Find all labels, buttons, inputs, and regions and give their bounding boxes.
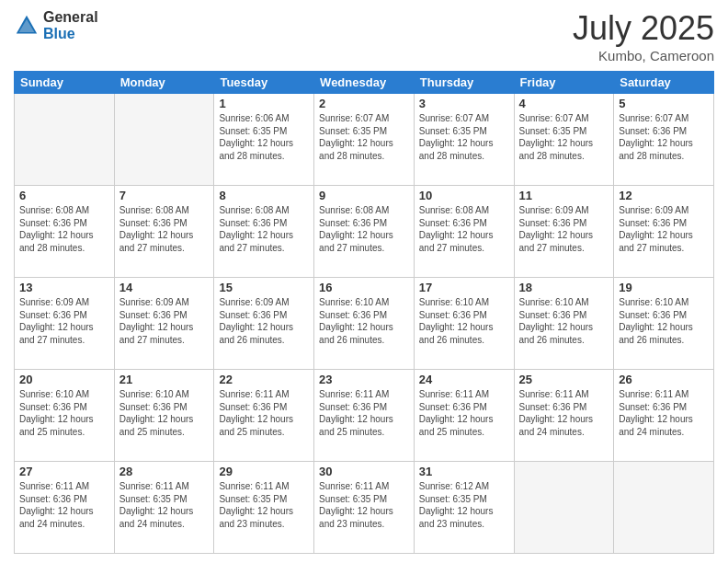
- sunset-text: Sunset: 6:35 PM: [319, 493, 409, 506]
- sunset-text: Sunset: 6:36 PM: [119, 309, 210, 322]
- calendar-header-row: Sunday Monday Tuesday Wednesday Thursday…: [15, 72, 714, 94]
- day-info: Sunrise: 6:08 AMSunset: 6:36 PMDaylight:…: [219, 204, 309, 254]
- day-info: Sunrise: 6:11 AMSunset: 6:36 PMDaylight:…: [619, 388, 709, 438]
- sunrise-text: Sunrise: 6:07 AM: [519, 112, 609, 125]
- table-row: 26Sunrise: 6:11 AMSunset: 6:36 PMDayligh…: [614, 370, 714, 462]
- sunrise-text: Sunrise: 6:11 AM: [319, 388, 409, 401]
- daylight-text: Daylight: 12 hours and 24 minutes.: [119, 505, 210, 530]
- sunset-text: Sunset: 6:35 PM: [319, 125, 409, 138]
- day-number: 7: [119, 189, 210, 202]
- table-row: 29Sunrise: 6:11 AMSunset: 6:35 PMDayligh…: [214, 462, 314, 554]
- calendar-week-row: 27Sunrise: 6:11 AMSunset: 6:36 PMDayligh…: [15, 462, 714, 554]
- table-row: 27Sunrise: 6:11 AMSunset: 6:36 PMDayligh…: [15, 462, 115, 554]
- location: Kumbo, Cameroon: [573, 48, 714, 63]
- sunset-text: Sunset: 6:36 PM: [19, 493, 109, 506]
- sunrise-text: Sunrise: 6:10 AM: [619, 296, 709, 309]
- day-info: Sunrise: 6:09 AMSunset: 6:36 PMDaylight:…: [619, 204, 709, 254]
- day-info: Sunrise: 6:12 AMSunset: 6:35 PMDaylight:…: [419, 480, 509, 530]
- sunset-text: Sunset: 6:36 PM: [619, 309, 709, 322]
- sunrise-text: Sunrise: 6:09 AM: [219, 296, 309, 309]
- col-monday: Monday: [114, 72, 214, 94]
- day-info: Sunrise: 6:10 AMSunset: 6:36 PMDaylight:…: [419, 296, 509, 346]
- page: General Blue July 2025 Kumbo, Cameroon S…: [0, 0, 728, 563]
- sunset-text: Sunset: 6:35 PM: [219, 493, 309, 506]
- day-number: 28: [119, 465, 210, 478]
- table-row: 11Sunrise: 6:09 AMSunset: 6:36 PMDayligh…: [514, 186, 614, 278]
- table-row: 4Sunrise: 6:07 AMSunset: 6:35 PMDaylight…: [514, 94, 614, 186]
- logo-general-text: General: [43, 9, 98, 26]
- daylight-text: Daylight: 12 hours and 28 minutes.: [219, 137, 309, 162]
- table-row: 5Sunrise: 6:07 AMSunset: 6:36 PMDaylight…: [614, 94, 714, 186]
- table-row: 1Sunrise: 6:06 AMSunset: 6:35 PMDaylight…: [214, 94, 314, 186]
- daylight-text: Daylight: 12 hours and 25 minutes.: [319, 413, 409, 438]
- daylight-text: Daylight: 12 hours and 23 minutes.: [419, 505, 509, 530]
- sunrise-text: Sunrise: 6:09 AM: [619, 204, 709, 217]
- sunrise-text: Sunrise: 6:09 AM: [519, 204, 609, 217]
- table-row: 8Sunrise: 6:08 AMSunset: 6:36 PMDaylight…: [214, 186, 314, 278]
- daylight-text: Daylight: 12 hours and 27 minutes.: [119, 229, 210, 254]
- daylight-text: Daylight: 12 hours and 28 minutes.: [619, 137, 709, 162]
- logo: General Blue: [14, 9, 98, 41]
- calendar-week-row: 1Sunrise: 6:06 AMSunset: 6:35 PMDaylight…: [15, 94, 714, 186]
- day-number: 2: [319, 97, 409, 110]
- title-block: July 2025 Kumbo, Cameroon: [573, 9, 714, 63]
- day-info: Sunrise: 6:11 AMSunset: 6:36 PMDaylight:…: [419, 388, 509, 438]
- table-row: 17Sunrise: 6:10 AMSunset: 6:36 PMDayligh…: [414, 278, 514, 370]
- day-info: Sunrise: 6:11 AMSunset: 6:35 PMDaylight:…: [119, 480, 210, 530]
- daylight-text: Daylight: 12 hours and 27 minutes.: [319, 229, 409, 254]
- sunset-text: Sunset: 6:36 PM: [119, 217, 210, 230]
- day-number: 30: [319, 465, 409, 478]
- sunrise-text: Sunrise: 6:08 AM: [419, 204, 509, 217]
- day-number: 1: [219, 97, 309, 110]
- day-number: 10: [419, 189, 509, 202]
- day-info: Sunrise: 6:08 AMSunset: 6:36 PMDaylight:…: [419, 204, 509, 254]
- sunrise-text: Sunrise: 6:12 AM: [419, 480, 509, 493]
- daylight-text: Daylight: 12 hours and 27 minutes.: [619, 229, 709, 254]
- table-row: [15, 94, 115, 186]
- sunrise-text: Sunrise: 6:09 AM: [119, 296, 210, 309]
- sunrise-text: Sunrise: 6:07 AM: [619, 112, 709, 125]
- day-info: Sunrise: 6:11 AMSunset: 6:36 PMDaylight:…: [319, 388, 409, 438]
- table-row: 31Sunrise: 6:12 AMSunset: 6:35 PMDayligh…: [414, 462, 514, 554]
- sunrise-text: Sunrise: 6:10 AM: [419, 296, 509, 309]
- sunset-text: Sunset: 6:36 PM: [519, 401, 609, 414]
- day-number: 26: [619, 373, 709, 386]
- daylight-text: Daylight: 12 hours and 27 minutes.: [519, 229, 609, 254]
- daylight-text: Daylight: 12 hours and 26 minutes.: [319, 321, 409, 346]
- day-info: Sunrise: 6:06 AMSunset: 6:35 PMDaylight:…: [219, 112, 309, 162]
- day-number: 5: [619, 97, 709, 110]
- table-row: 19Sunrise: 6:10 AMSunset: 6:36 PMDayligh…: [614, 278, 714, 370]
- table-row: 22Sunrise: 6:11 AMSunset: 6:36 PMDayligh…: [214, 370, 314, 462]
- table-row: 10Sunrise: 6:08 AMSunset: 6:36 PMDayligh…: [414, 186, 514, 278]
- daylight-text: Daylight: 12 hours and 24 minutes.: [519, 413, 609, 438]
- calendar-week-row: 6Sunrise: 6:08 AMSunset: 6:36 PMDaylight…: [15, 186, 714, 278]
- day-info: Sunrise: 6:11 AMSunset: 6:36 PMDaylight:…: [219, 388, 309, 438]
- day-info: Sunrise: 6:07 AMSunset: 6:36 PMDaylight:…: [619, 112, 709, 162]
- daylight-text: Daylight: 12 hours and 26 minutes.: [519, 321, 609, 346]
- sunset-text: Sunset: 6:36 PM: [319, 401, 409, 414]
- day-number: 11: [519, 189, 609, 202]
- sunrise-text: Sunrise: 6:10 AM: [519, 296, 609, 309]
- daylight-text: Daylight: 12 hours and 26 minutes.: [619, 321, 709, 346]
- sunrise-text: Sunrise: 6:07 AM: [419, 112, 509, 125]
- table-row: [114, 94, 214, 186]
- sunset-text: Sunset: 6:36 PM: [419, 401, 509, 414]
- day-number: 8: [219, 189, 309, 202]
- day-number: 27: [19, 465, 109, 478]
- table-row: 21Sunrise: 6:10 AMSunset: 6:36 PMDayligh…: [114, 370, 214, 462]
- table-row: 28Sunrise: 6:11 AMSunset: 6:35 PMDayligh…: [114, 462, 214, 554]
- col-friday: Friday: [514, 72, 614, 94]
- table-row: 23Sunrise: 6:11 AMSunset: 6:36 PMDayligh…: [314, 370, 415, 462]
- sunrise-text: Sunrise: 6:07 AM: [319, 112, 409, 125]
- table-row: 16Sunrise: 6:10 AMSunset: 6:36 PMDayligh…: [314, 278, 415, 370]
- daylight-text: Daylight: 12 hours and 25 minutes.: [219, 413, 309, 438]
- day-number: 15: [219, 281, 309, 294]
- sunset-text: Sunset: 6:35 PM: [519, 125, 609, 138]
- day-info: Sunrise: 6:11 AMSunset: 6:36 PMDaylight:…: [19, 480, 109, 530]
- calendar-week-row: 13Sunrise: 6:09 AMSunset: 6:36 PMDayligh…: [15, 278, 714, 370]
- sunrise-text: Sunrise: 6:08 AM: [219, 204, 309, 217]
- sunset-text: Sunset: 6:36 PM: [19, 309, 109, 322]
- table-row: 18Sunrise: 6:10 AMSunset: 6:36 PMDayligh…: [514, 278, 614, 370]
- sunset-text: Sunset: 6:36 PM: [19, 217, 109, 230]
- sunrise-text: Sunrise: 6:08 AM: [19, 204, 109, 217]
